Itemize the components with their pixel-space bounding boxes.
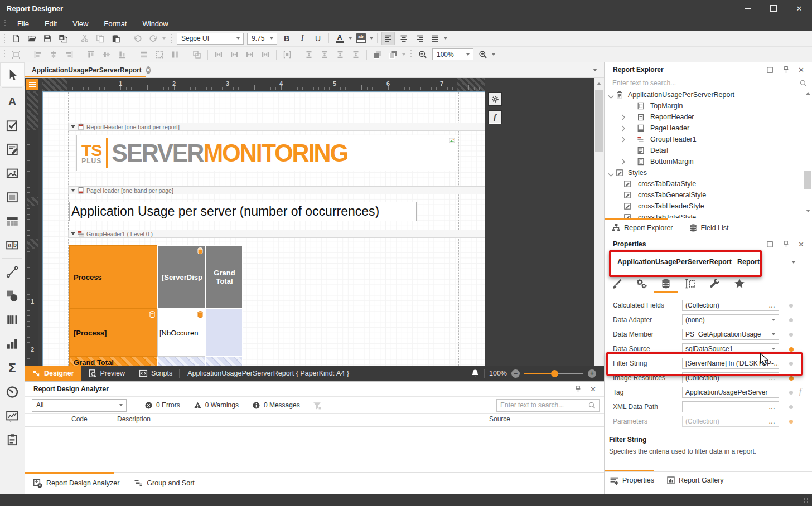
horizontal-ruler[interactable]: 1234567 — [42, 78, 485, 91]
dropdown-caret-icon[interactable] — [772, 333, 775, 335]
tool-richtext[interactable] — [0, 137, 25, 161]
crosstab-control[interactable]: Process [ServerDisp Grand Total [Process… — [69, 245, 243, 366]
vertical-spacing-button[interactable] — [334, 48, 347, 61]
float-window-icon[interactable] — [766, 66, 774, 74]
copy-button[interactable] — [94, 32, 107, 45]
zoom-slider[interactable] — [524, 373, 583, 374]
warnings-counter[interactable]: 0 Warnings — [194, 401, 239, 410]
expression-editor-button[interactable]: f — [489, 111, 501, 124]
crosstab-row-field-cell[interactable]: [Process] — [69, 309, 157, 357]
resize-grip[interactable] — [803, 498, 810, 504]
close-button[interactable]: ✕ — [786, 0, 812, 17]
minimize-button[interactable] — [735, 0, 761, 17]
tool-charcomb[interactable]: ab — [0, 233, 25, 257]
expander-collapsed-icon[interactable] — [621, 125, 626, 133]
tree-item-crossTabGeneralStyle[interactable]: crossTabGeneralStyle — [605, 189, 812, 201]
scrollbar-thumb[interactable] — [804, 171, 811, 189]
band-collapse-icon[interactable] — [71, 232, 75, 235]
new-report-button[interactable] — [9, 32, 23, 45]
tree-item-crossTabDataStyle[interactable]: crossTabDataStyle — [605, 178, 812, 189]
zoom-in-button[interactable]: + — [588, 369, 596, 378]
expander-collapsed-icon[interactable] — [621, 159, 626, 167]
scrollbar-thumb[interactable] — [595, 90, 603, 152]
band-menu-button[interactable] — [26, 79, 38, 90]
tree-item-ApplicationUsagePerServerReport[interactable]: ApplicationUsagePerServerReport — [605, 89, 812, 100]
tab-preview[interactable]: Preview — [81, 366, 132, 381]
selected-control-combo[interactable]: ApplicationUsagePerServerReport Report — [613, 255, 800, 269]
ellipsis-button[interactable]: … — [768, 301, 776, 309]
align-horizontal-centers-button[interactable] — [47, 48, 60, 61]
menu-edit[interactable]: Edit — [37, 17, 65, 31]
undo-button[interactable] — [131, 32, 144, 45]
close-icon[interactable]: ✕ — [590, 385, 596, 393]
expander-collapsed-icon[interactable] — [621, 114, 626, 122]
tool-chart[interactable] — [0, 332, 25, 356]
errors-counter[interactable]: 0 Errors — [144, 401, 180, 410]
vertical-ruler[interactable]: 12 — [27, 91, 38, 366]
center-horizontally-button[interactable] — [281, 48, 294, 61]
make-same-size-button[interactable] — [190, 48, 204, 61]
highlight-color-button[interactable]: ab — [354, 32, 368, 45]
report-title-label[interactable]: Application Usage per server (number of … — [69, 202, 417, 221]
align-top-edges-button[interactable] — [84, 48, 98, 61]
zoom-out-button[interactable] — [416, 48, 429, 61]
dropdown-caret-icon[interactable] — [772, 348, 775, 350]
pin-icon[interactable] — [782, 240, 790, 249]
dropdown-caret-icon[interactable] — [491, 48, 496, 61]
crosstab-grand-total-row-cell[interactable]: Grand Total — [69, 357, 157, 366]
vertical-spacing-button[interactable] — [349, 48, 362, 61]
analyzer-search-box[interactable] — [496, 399, 600, 412]
logo-picture-box[interactable]: TS PLUS SERVERMONITORING — [76, 135, 457, 171]
expression-fx-icon[interactable]: f — [799, 387, 801, 396]
analyzer-search-input[interactable] — [497, 401, 588, 410]
crosstab-data-cell[interactable]: [NbOccuren — [157, 309, 205, 357]
dropdown-caret-icon[interactable] — [443, 32, 448, 45]
expander-expanded-icon[interactable] — [608, 93, 614, 101]
behavior-category-icon[interactable] — [634, 276, 649, 291]
zoom-combo[interactable]: 100% — [432, 48, 473, 60]
toolbox-collapse-icon[interactable] — [8, 417, 13, 425]
appearance-category-icon[interactable] — [609, 276, 625, 291]
tree-item-TopMargin[interactable]: TopMargin — [605, 100, 812, 111]
menu-file[interactable]: File — [9, 17, 37, 31]
tab-report-explorer[interactable]: Report Explorer — [612, 223, 673, 232]
tree-item-ReportHeader[interactable]: ReportHeader — [605, 111, 812, 123]
property-editor[interactable]: … — [682, 401, 779, 412]
dropdown-caret-icon[interactable] — [369, 32, 374, 45]
zoom-slider-thumb[interactable] — [551, 370, 558, 377]
group-header-band-strip[interactable]: GroupHeader1 ( Level 0 ) — [68, 230, 485, 238]
tool-picture[interactable] — [0, 161, 25, 185]
dropdown-caret-icon[interactable] — [347, 32, 353, 45]
horizontal-spacing-button[interactable] — [259, 48, 272, 61]
underline-button[interactable]: U — [311, 32, 325, 45]
tab-group-and-sort[interactable]: Group and Sort — [134, 479, 194, 488]
page-header-band-strip[interactable]: PageHeader [one band per page] — [68, 186, 485, 194]
crosstab-grand-total-column-cell[interactable]: Grand Total — [205, 245, 243, 309]
property-editor[interactable]: (Collection)… — [682, 416, 779, 427]
ellipsis-button[interactable]: … — [768, 374, 776, 382]
notifications-bell-icon[interactable] — [471, 369, 480, 378]
align-bottom-edges-button[interactable] — [115, 48, 129, 61]
align-left-edges-button[interactable] — [31, 48, 45, 61]
column-code[interactable]: Code — [71, 415, 88, 423]
align-left-button[interactable] — [381, 32, 395, 45]
crosstab-total-cell[interactable] — [205, 357, 243, 366]
tool-subreport[interactable] — [0, 427, 25, 451]
align-right-button[interactable] — [413, 32, 426, 45]
save-all-button[interactable] — [56, 32, 70, 45]
make-same-height-button[interactable] — [168, 48, 182, 61]
tab-properties[interactable]: Properties — [610, 476, 654, 485]
scroll-down-icon[interactable] — [806, 210, 810, 212]
snap-to-grid-button[interactable] — [9, 48, 23, 61]
tool-label[interactable]: A — [0, 89, 25, 113]
tool-pointer[interactable] — [0, 62, 25, 86]
justify-button[interactable] — [428, 32, 442, 45]
tool-gauge[interactable] — [0, 380, 25, 403]
tree-item-crossTabHeaderStyle[interactable]: crossTabHeaderStyle — [605, 201, 812, 212]
italic-button[interactable]: I — [296, 32, 309, 45]
align-center-button[interactable] — [397, 32, 410, 45]
expander-expanded-icon[interactable] — [608, 171, 614, 179]
tool-shape[interactable] — [0, 284, 25, 308]
ellipsis-button[interactable]: … — [768, 403, 776, 411]
bring-to-front-button[interactable] — [371, 48, 384, 61]
